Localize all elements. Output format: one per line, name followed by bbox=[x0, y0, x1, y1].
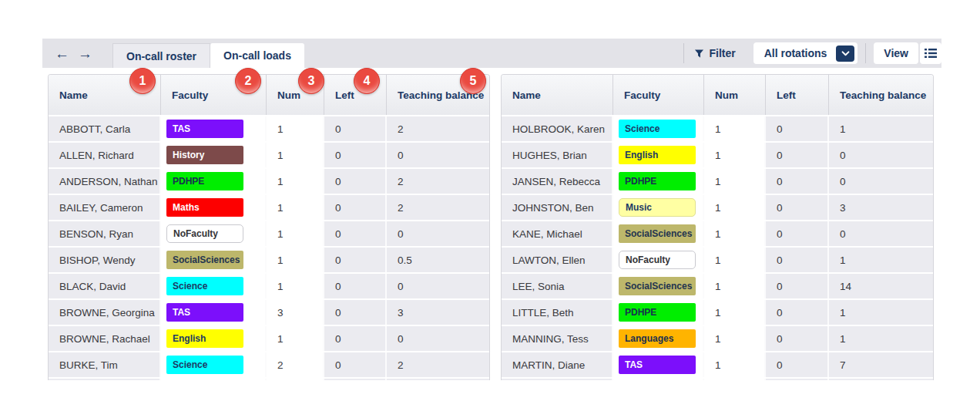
teaching-balance-cell[interactable]: 1 bbox=[829, 116, 934, 141]
name-cell[interactable]: ALLEN, Richard bbox=[49, 143, 161, 167]
view-button[interactable]: View bbox=[874, 42, 918, 64]
name-cell[interactable]: ABBOTT, Carla bbox=[49, 116, 161, 141]
faculty-badge[interactable]: TAS bbox=[619, 356, 696, 374]
teaching-balance-cell[interactable]: 0 bbox=[387, 143, 490, 167]
num-cell[interactable]: 1 bbox=[704, 274, 766, 298]
left-cell[interactable]: 0 bbox=[324, 300, 387, 325]
left-cell[interactable]: 0 bbox=[324, 116, 387, 141]
forward-arrow-icon[interactable]: → bbox=[78, 46, 92, 61]
left-cell[interactable]: 0 bbox=[324, 195, 387, 220]
left-cell[interactable]: 0 bbox=[324, 169, 387, 194]
teaching-balance-cell[interactable]: 14 bbox=[829, 274, 934, 298]
teaching-balance-cell[interactable]: 2 bbox=[387, 195, 490, 220]
faculty-cell[interactable]: SocialSciences bbox=[613, 274, 704, 298]
faculty-cell[interactable]: TAS bbox=[613, 352, 704, 377]
left-cell[interactable]: 0 bbox=[766, 326, 829, 351]
name-cell[interactable]: BLACK, David bbox=[49, 274, 161, 298]
name-cell[interactable]: HUGHES, Brian bbox=[502, 143, 613, 167]
teaching-balance-cell[interactable]: 7 bbox=[829, 352, 934, 377]
teaching-balance-cell[interactable]: 0 bbox=[387, 274, 490, 298]
faculty-cell[interactable]: Maths bbox=[161, 195, 267, 220]
teaching-balance-cell[interactable]: 0 bbox=[829, 221, 934, 246]
faculty-badge[interactable]: SocialSciences bbox=[619, 277, 696, 295]
name-cell[interactable]: LAWTON, Ellen bbox=[502, 248, 613, 272]
name-cell[interactable]: BISHOP, Wendy bbox=[49, 248, 161, 272]
left-cell[interactable]: 0 bbox=[766, 352, 829, 377]
teaching-balance-cell[interactable]: 0 bbox=[829, 169, 934, 194]
name-cell[interactable]: BURKE, Tim bbox=[49, 352, 161, 377]
name-cell[interactable]: MARTIN, Diane bbox=[502, 352, 613, 377]
left-cell[interactable]: 0 bbox=[766, 248, 829, 272]
faculty-cell[interactable]: SocialSciences bbox=[161, 248, 267, 272]
left-cell[interactable]: 0 bbox=[766, 169, 829, 194]
faculty-cell[interactable]: SocialSciences bbox=[613, 221, 704, 246]
faculty-cell[interactable]: PDHPE bbox=[613, 169, 704, 194]
faculty-cell[interactable]: Science bbox=[161, 274, 267, 298]
teaching-balance-cell[interactable]: 0.5 bbox=[387, 248, 490, 272]
name-cell[interactable]: BENSON, Ryan bbox=[49, 221, 161, 246]
faculty-badge[interactable]: NoFaculty bbox=[619, 251, 696, 269]
left-cell[interactable]: 0 bbox=[766, 143, 829, 167]
teaching-balance-cell[interactable]: 3 bbox=[387, 300, 490, 325]
num-cell[interactable]: 1 bbox=[704, 352, 766, 377]
faculty-badge[interactable]: TAS bbox=[166, 303, 243, 322]
left-cell[interactable]: 0 bbox=[324, 352, 387, 377]
teaching-balance-cell[interactable]: 0 bbox=[387, 221, 490, 246]
faculty-cell[interactable]: History bbox=[161, 143, 267, 167]
name-cell[interactable]: JOHNSTON, Ben bbox=[502, 195, 613, 220]
faculty-badge[interactable]: Languages bbox=[619, 329, 696, 348]
name-cell[interactable]: KANE, Michael bbox=[502, 221, 613, 246]
left-cell[interactable]: 0 bbox=[766, 300, 829, 325]
teaching-balance-cell[interactable]: 1 bbox=[829, 248, 934, 272]
num-cell[interactable]: 1 bbox=[267, 195, 324, 220]
teaching-balance-cell[interactable]: 2 bbox=[387, 169, 490, 194]
left-cell[interactable]: 0 bbox=[324, 248, 387, 272]
filter-button[interactable]: Filter bbox=[684, 47, 745, 59]
faculty-cell[interactable]: NoFaculty bbox=[161, 221, 267, 246]
back-arrow-icon[interactable]: ← bbox=[55, 46, 69, 61]
left-cell[interactable]: 0 bbox=[766, 195, 829, 220]
num-cell[interactable]: 1 bbox=[704, 326, 766, 351]
faculty-cell[interactable]: English bbox=[161, 326, 267, 351]
faculty-cell[interactable]: Science bbox=[613, 116, 704, 141]
faculty-badge[interactable]: Science bbox=[166, 356, 243, 374]
teaching-balance-cell[interactable]: 0 bbox=[829, 143, 934, 167]
num-cell[interactable]: 1 bbox=[267, 326, 324, 351]
tab-on-call-loads[interactable]: On-call loads bbox=[210, 43, 304, 68]
teaching-balance-cell[interactable]: 2 bbox=[387, 352, 490, 377]
faculty-badge[interactable]: History bbox=[166, 146, 243, 164]
left-cell[interactable]: 0 bbox=[324, 326, 387, 351]
num-cell[interactable]: 1 bbox=[267, 274, 324, 298]
faculty-badge[interactable]: Science bbox=[166, 277, 243, 295]
left-cell[interactable]: 0 bbox=[324, 143, 387, 167]
faculty-badge[interactable]: English bbox=[166, 329, 243, 348]
left-cell[interactable]: 0 bbox=[766, 274, 829, 298]
num-cell[interactable]: 1 bbox=[704, 116, 766, 141]
faculty-cell[interactable]: NoFaculty bbox=[613, 248, 704, 272]
faculty-badge[interactable]: PDHPE bbox=[619, 303, 696, 322]
left-cell[interactable]: 0 bbox=[324, 274, 387, 298]
name-cell[interactable]: ANDERSON, Nathan bbox=[49, 169, 161, 194]
name-cell[interactable]: BROWNE, Georgina bbox=[49, 300, 161, 325]
num-cell[interactable]: 1 bbox=[267, 116, 324, 141]
faculty-badge[interactable]: SocialSciences bbox=[166, 251, 243, 269]
teaching-balance-cell[interactable]: 0 bbox=[387, 326, 490, 351]
num-cell[interactable]: 1 bbox=[704, 248, 766, 272]
teaching-balance-cell[interactable]: 3 bbox=[829, 195, 934, 220]
faculty-cell[interactable]: English bbox=[613, 143, 704, 167]
faculty-cell[interactable]: PDHPE bbox=[161, 169, 267, 194]
faculty-badge[interactable]: NoFaculty bbox=[166, 224, 243, 243]
teaching-balance-cell[interactable]: 1 bbox=[829, 300, 934, 325]
teaching-balance-cell[interactable]: 1 bbox=[829, 326, 934, 351]
faculty-cell[interactable]: PDHPE bbox=[613, 300, 704, 325]
view-options-list-button[interactable] bbox=[920, 42, 941, 64]
faculty-badge[interactable]: Science bbox=[619, 120, 696, 138]
faculty-badge[interactable]: English bbox=[619, 146, 696, 164]
left-cell[interactable]: 0 bbox=[766, 221, 829, 246]
name-cell[interactable]: HOLBROOK, Karen bbox=[502, 116, 613, 141]
faculty-badge[interactable]: Music bbox=[619, 198, 696, 217]
num-cell[interactable]: 1 bbox=[704, 195, 766, 220]
num-cell[interactable]: 1 bbox=[267, 221, 324, 246]
name-cell[interactable]: MANNING, Tess bbox=[502, 326, 613, 351]
tab-on-call-roster[interactable]: On-call roster bbox=[112, 43, 210, 68]
